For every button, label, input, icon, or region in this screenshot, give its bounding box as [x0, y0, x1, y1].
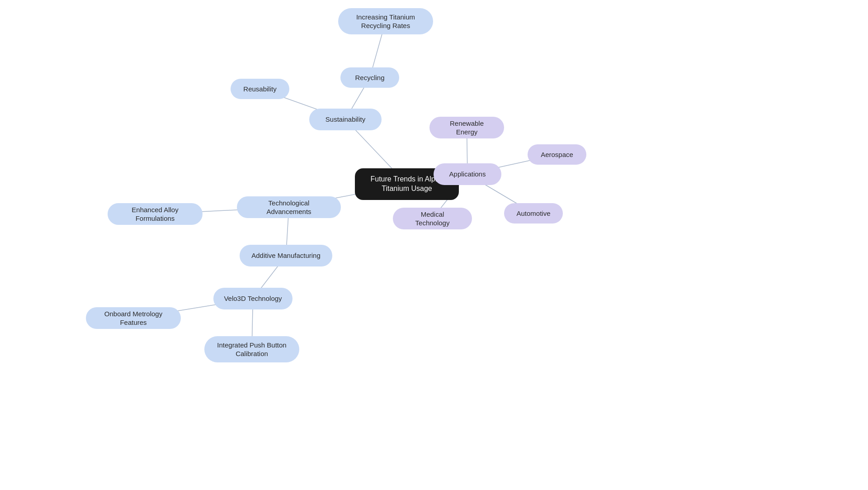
- reusability-node[interactable]: Reusability: [231, 79, 289, 99]
- aerospace-label: Aerospace: [541, 150, 573, 159]
- recycling-label: Recycling: [355, 73, 384, 82]
- automotive-node[interactable]: Automotive: [504, 203, 563, 224]
- recycling-node[interactable]: Recycling: [340, 67, 399, 88]
- aerospace-node[interactable]: Aerospace: [528, 144, 586, 165]
- technological-advancements-node[interactable]: Technological Advancements: [237, 196, 341, 218]
- renewable-energy-node[interactable]: Renewable Energy: [429, 117, 504, 138]
- integrated-push-label: Integrated Push Button Calibration: [214, 341, 289, 358]
- applications-label: Applications: [449, 170, 486, 179]
- additive-manufacturing-label: Additive Manufacturing: [251, 251, 321, 260]
- velo3d-node[interactable]: Velo3D Technology: [213, 288, 292, 309]
- medical-technology-node[interactable]: Medical Technology: [393, 208, 472, 229]
- increasing-recycling-node[interactable]: Increasing Titanium Recycling Rates: [338, 8, 433, 34]
- enhanced-alloy-label: Enhanced Alloy Formulations: [118, 205, 193, 223]
- reusability-label: Reusability: [243, 85, 276, 94]
- integrated-push-node[interactable]: Integrated Push Button Calibration: [204, 336, 299, 362]
- renewable-energy-label: Renewable Energy: [439, 119, 494, 137]
- medical-technology-label: Medical Technology: [403, 210, 462, 228]
- automotive-label: Automotive: [516, 209, 550, 218]
- technological-advancements-label: Technological Advancements: [247, 199, 331, 216]
- increasing-recycling-label: Increasing Titanium Recycling Rates: [348, 13, 423, 30]
- applications-node[interactable]: Applications: [434, 163, 501, 185]
- onboard-metrology-label: Onboard Metrology Features: [96, 309, 171, 327]
- onboard-metrology-node[interactable]: Onboard Metrology Features: [86, 307, 181, 329]
- additive-manufacturing-node[interactable]: Additive Manufacturing: [240, 245, 332, 266]
- sustainability-node[interactable]: Sustainability: [309, 109, 382, 130]
- velo3d-label: Velo3D Technology: [224, 294, 282, 303]
- enhanced-alloy-node[interactable]: Enhanced Alloy Formulations: [108, 203, 203, 225]
- sustainability-label: Sustainability: [326, 115, 365, 124]
